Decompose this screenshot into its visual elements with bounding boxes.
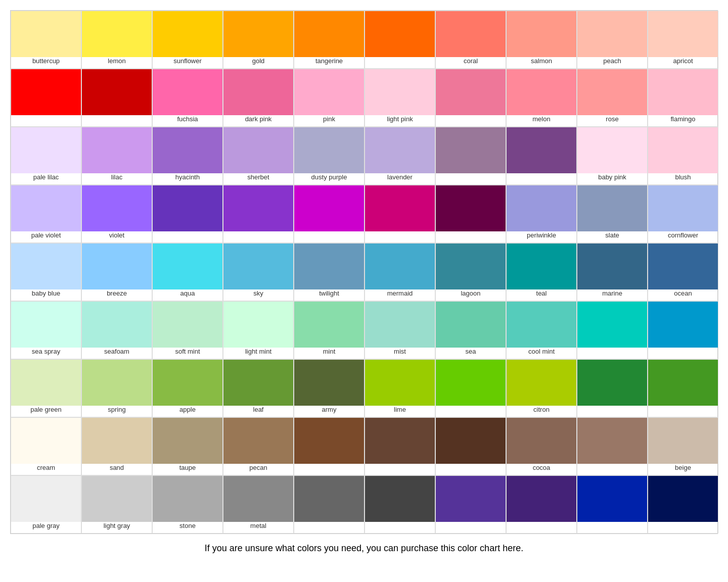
- color-cell[interactable]: marine: [577, 243, 648, 301]
- color-cell[interactable]: navy: [648, 475, 718, 534]
- color-cell[interactable]: raspberry: [365, 185, 435, 243]
- color-label: cream: [35, 464, 57, 472]
- color-cell[interactable]: grape: [506, 475, 577, 534]
- color-cell[interactable]: chocolate: [294, 417, 365, 475]
- color-cell[interactable]: leaf: [223, 359, 294, 417]
- color-cell[interactable]: light mint: [223, 301, 294, 359]
- color-cell[interactable]: lime: [365, 359, 435, 417]
- color-cell[interactable]: sunflower: [152, 11, 223, 69]
- color-cell[interactable]: caribbean: [648, 301, 718, 359]
- color-label: mauve: [459, 173, 482, 181]
- color-cell[interactable]: lavender: [365, 127, 435, 185]
- color-cell[interactable]: flamingo: [648, 69, 718, 127]
- color-cell[interactable]: sherbet: [223, 127, 294, 185]
- color-cell[interactable]: sorbet: [435, 69, 506, 127]
- color-cell[interactable]: regal: [152, 185, 223, 243]
- color-cell[interactable]: purple: [223, 185, 294, 243]
- color-label: lime: [392, 406, 408, 414]
- color-cell[interactable]: slate: [577, 185, 648, 243]
- color-cell[interactable]: sky: [223, 243, 294, 301]
- color-cell[interactable]: lemon: [81, 11, 152, 69]
- color-cell[interactable]: teal: [506, 243, 577, 301]
- color-label: baby pink: [596, 173, 628, 181]
- color-cell[interactable]: cornflower: [648, 185, 718, 243]
- color-cell[interactable]: fire: [81, 69, 152, 127]
- color-cell[interactable]: walnut: [435, 417, 506, 475]
- color-cell[interactable]: sand: [81, 417, 152, 475]
- color-cell[interactable]: magenta: [294, 185, 365, 243]
- color-cell[interactable]: pale lilac: [11, 127, 81, 185]
- color-cell[interactable]: aqua: [152, 243, 223, 301]
- color-cell[interactable]: rose: [577, 69, 648, 127]
- color-cell[interactable]: hyacinth: [152, 127, 223, 185]
- color-cell[interactable]: eggplant: [435, 475, 506, 534]
- color-cell[interactable]: violet: [81, 185, 152, 243]
- color-cell[interactable]: apple: [152, 359, 223, 417]
- color-cell[interactable]: peach: [577, 11, 648, 69]
- color-cell[interactable]: cool mint: [506, 301, 577, 359]
- color-cell[interactable]: tangerine: [294, 11, 365, 69]
- color-cell[interactable]: green: [577, 359, 648, 417]
- color-cell[interactable]: candy: [11, 69, 81, 127]
- color-cell[interactable]: fuchsia: [152, 69, 223, 127]
- color-cell[interactable]: seafoam: [81, 301, 152, 359]
- color-cell[interactable]: ocean: [648, 243, 718, 301]
- color-cell[interactable]: pale green: [11, 359, 81, 417]
- color-label: walnut: [459, 464, 482, 472]
- color-cell[interactable]: orange: [365, 11, 435, 69]
- color-cell[interactable]: apricot: [648, 11, 718, 69]
- color-cell[interactable]: earth: [577, 417, 648, 475]
- color-cell[interactable]: dark pink: [223, 69, 294, 127]
- color-cell[interactable]: pecan: [223, 417, 294, 475]
- color-cell[interactable]: charcoal: [365, 475, 435, 534]
- color-cell[interactable]: light pink: [365, 69, 435, 127]
- color-cell[interactable]: citron: [506, 359, 577, 417]
- color-cell[interactable]: mulberry: [435, 185, 506, 243]
- color-cell[interactable]: cream: [11, 417, 81, 475]
- color-cell[interactable]: twilight: [294, 243, 365, 301]
- color-cell[interactable]: pale gray: [11, 475, 81, 534]
- color-cell[interactable]: soft mint: [152, 301, 223, 359]
- color-cell[interactable]: mocha: [365, 417, 435, 475]
- color-cell[interactable]: sea spray: [11, 301, 81, 359]
- color-cell[interactable]: dark gray: [294, 475, 365, 534]
- color-cell[interactable]: buttercup: [11, 11, 81, 69]
- color-cell[interactable]: mermaid: [365, 243, 435, 301]
- color-cell[interactable]: taupe: [152, 417, 223, 475]
- color-cell[interactable]: baby pink: [577, 127, 648, 185]
- color-cell[interactable]: mauve: [435, 127, 506, 185]
- color-cell[interactable]: pink: [294, 69, 365, 127]
- color-cell[interactable]: pale violet: [11, 185, 81, 243]
- color-cell[interactable]: grass: [648, 359, 718, 417]
- color-cell[interactable]: lilac: [81, 127, 152, 185]
- color-cell[interactable]: cocoa: [506, 417, 577, 475]
- color-cell[interactable]: coral: [435, 11, 506, 69]
- color-label: plum: [532, 173, 551, 181]
- color-cell[interactable]: light gray: [81, 475, 152, 534]
- color-cell[interactable]: stone: [152, 475, 223, 534]
- color-cell[interactable]: sea: [435, 301, 506, 359]
- color-cell[interactable]: mist: [365, 301, 435, 359]
- color-cell[interactable]: gold: [223, 11, 294, 69]
- color-cell[interactable]: army: [294, 359, 365, 417]
- color-label: breeze: [105, 289, 129, 298]
- color-cell[interactable]: spring: [81, 359, 152, 417]
- color-cell[interactable]: periwinkle: [506, 185, 577, 243]
- color-cell[interactable]: metal: [223, 475, 294, 534]
- color-cell[interactable]: dusty purple: [294, 127, 365, 185]
- color-cell[interactable]: baby blue: [11, 243, 81, 301]
- color-label: sand: [108, 464, 126, 472]
- color-cell[interactable]: lagoon: [435, 243, 506, 301]
- color-cell[interactable]: royal: [577, 475, 648, 534]
- color-cell[interactable]: melon: [506, 69, 577, 127]
- color-cell[interactable]: plum: [506, 127, 577, 185]
- color-cell[interactable]: beige: [648, 417, 718, 475]
- color-cell[interactable]: salmon: [506, 11, 577, 69]
- color-cell[interactable]: bright green: [435, 359, 506, 417]
- color-cell[interactable]: blush: [648, 127, 718, 185]
- color-cell[interactable]: turquoise: [577, 301, 648, 359]
- color-label: sorbet: [460, 115, 482, 123]
- color-label: aqua: [178, 289, 197, 298]
- color-cell[interactable]: breeze: [81, 243, 152, 301]
- color-cell[interactable]: mint: [294, 301, 365, 359]
